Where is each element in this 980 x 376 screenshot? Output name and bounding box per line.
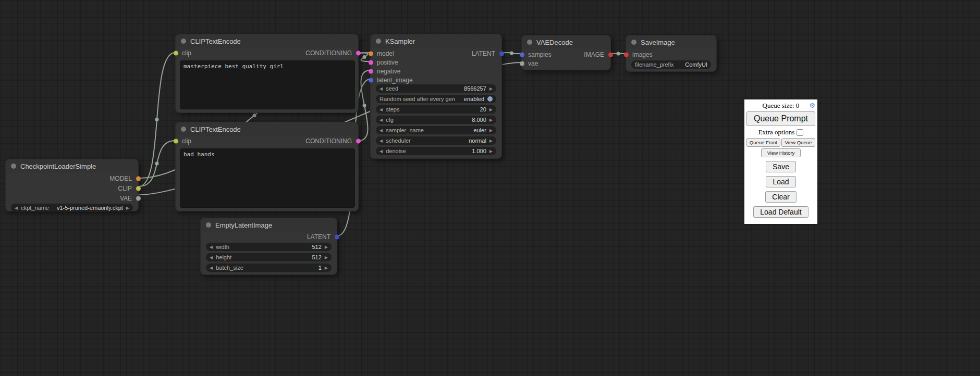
decrement-arrow-icon[interactable]: ◀ xyxy=(379,107,383,112)
widget-label: steps xyxy=(386,106,399,112)
node-title-bar[interactable]: CLIPTextEncode xyxy=(176,122,358,136)
view-queue-button[interactable]: View Queue xyxy=(781,138,815,147)
decrement-arrow-icon[interactable]: ◀ xyxy=(379,86,383,91)
node-title-bar[interactable]: EmptyLatentImage xyxy=(201,218,337,232)
collapse-dot-icon[interactable] xyxy=(631,40,636,45)
conditioning-output-dot[interactable] xyxy=(356,139,361,144)
clip-input-dot[interactable] xyxy=(174,139,178,144)
widget-label: Random seed after every gen xyxy=(379,96,455,102)
decrement-arrow-icon[interactable]: ◀ xyxy=(210,245,213,249)
widget-label: cfg xyxy=(386,117,394,123)
slot-label: IMAGE xyxy=(584,51,604,58)
node-title-bar[interactable]: SaveImage xyxy=(626,35,716,49)
node-ksampler[interactable]: KSampler model LATENT positive negative … xyxy=(370,34,502,159)
decrement-arrow-icon[interactable]: ◀ xyxy=(379,149,383,154)
widget-value: enabled xyxy=(464,96,484,102)
queue-front-button[interactable]: Queue Front xyxy=(746,138,780,147)
increment-arrow-icon[interactable]: ▶ xyxy=(489,107,493,112)
node-title-bar[interactable]: CheckpointLoaderSimple xyxy=(6,159,138,173)
clip-input-dot[interactable] xyxy=(174,51,178,56)
steps-widget[interactable]: ◀ steps 20 ▶ xyxy=(376,105,496,114)
decrement-arrow-icon[interactable]: ◀ xyxy=(379,128,383,133)
increment-arrow-icon[interactable]: ▶ xyxy=(489,86,493,91)
positive-prompt-textarea[interactable]: masterpiece best quality girl xyxy=(180,60,355,109)
slot-row-vae: vae xyxy=(522,59,610,68)
latent-output-dot[interactable] xyxy=(499,51,504,56)
collapse-dot-icon[interactable] xyxy=(11,164,16,169)
node-empty-latent-image[interactable]: EmptyLatentImage LATENT ◀ width 512 ▶ ◀ … xyxy=(200,218,337,275)
save-button[interactable]: Save xyxy=(766,161,796,172)
sampler-name-widget[interactable]: ◀ sampler_name euler ▶ xyxy=(376,126,496,134)
latent-output-dot[interactable] xyxy=(335,235,339,240)
decrement-arrow-icon[interactable]: ◀ xyxy=(210,255,213,260)
widget-value: ComfyUI xyxy=(685,61,707,68)
widget-value: 20 xyxy=(480,106,486,112)
queue-prompt-button[interactable]: Queue Prompt xyxy=(746,111,815,126)
load-button[interactable]: Load xyxy=(766,176,795,187)
clear-button[interactable]: Clear xyxy=(765,191,796,203)
increment-arrow-icon[interactable]: ▶ xyxy=(325,245,328,249)
batch-size-widget[interactable]: ◀ batch_size 1 ▶ xyxy=(206,264,332,272)
collapse-dot-icon[interactable] xyxy=(527,40,532,45)
slot-label: positive xyxy=(377,59,398,66)
width-widget[interactable]: ◀ width 512 ▶ xyxy=(206,243,332,251)
model-output-dot[interactable] xyxy=(136,177,141,181)
random-seed-toggle-widget[interactable]: Random seed after every gen enabled xyxy=(376,95,496,103)
model-input-dot[interactable] xyxy=(369,51,373,56)
node-title: KSampler xyxy=(385,37,415,45)
conditioning-output-dot[interactable] xyxy=(356,51,361,56)
clip-output-dot[interactable] xyxy=(136,186,141,191)
seed-widget[interactable]: ◀ seed 8566257 ▶ xyxy=(376,84,496,93)
ckpt-name-widget[interactable]: ◀ ckpt_name v1-5-pruned-emaonly.ckpt ▶ xyxy=(11,204,133,212)
node-title-bar[interactable]: KSampler xyxy=(371,34,501,48)
vae-input-dot[interactable] xyxy=(520,61,524,66)
slot-row-model-latent: model LATENT xyxy=(371,49,501,58)
collapse-dot-icon[interactable] xyxy=(206,222,211,228)
slot-row-samples-image: samples IMAGE xyxy=(522,50,610,59)
increment-arrow-icon[interactable]: ▶ xyxy=(489,128,493,133)
increment-arrow-icon[interactable]: ▶ xyxy=(126,206,129,210)
positive-input-dot[interactable] xyxy=(369,60,373,65)
widget-value: 8566257 xyxy=(464,85,486,92)
view-history-button[interactable]: View History xyxy=(761,148,801,157)
comfyui-canvas[interactable]: { "canvas": { "bg": "#242424", "wire_col… xyxy=(0,0,980,376)
settings-gear-icon[interactable]: ⚙ xyxy=(809,101,815,110)
increment-arrow-icon[interactable]: ▶ xyxy=(325,266,328,270)
decrement-arrow-icon[interactable]: ◀ xyxy=(15,206,18,210)
scheduler-widget[interactable]: ◀ scheduler normal ▶ xyxy=(376,136,496,145)
node-title-bar[interactable]: CLIPTextEncode xyxy=(176,34,358,48)
node-save-image[interactable]: SaveImage images filename_prefix ComfyUI xyxy=(626,35,717,72)
images-input-dot[interactable] xyxy=(624,52,629,57)
height-widget[interactable]: ◀ height 512 ▶ xyxy=(206,253,332,261)
increment-arrow-icon[interactable]: ▶ xyxy=(489,139,493,143)
node-title-bar[interactable]: VAEDecode xyxy=(522,35,610,49)
collapse-dot-icon[interactable] xyxy=(181,127,186,132)
latent-image-input-dot[interactable] xyxy=(369,78,373,82)
cfg-widget[interactable]: ◀ cfg 8.000 ▶ xyxy=(376,116,496,124)
denoise-widget[interactable]: ◀ denoise 1.000 ▶ xyxy=(376,147,496,155)
increment-arrow-icon[interactable]: ▶ xyxy=(489,118,493,122)
filename-prefix-widget[interactable]: filename_prefix ComfyUI xyxy=(631,60,711,69)
increment-arrow-icon[interactable]: ▶ xyxy=(489,149,493,154)
decrement-arrow-icon[interactable]: ◀ xyxy=(379,139,383,143)
menu-panel: Queue size: 0 ⚙ Queue Prompt Extra optio… xyxy=(744,99,817,224)
increment-arrow-icon[interactable]: ▶ xyxy=(325,255,328,260)
vae-output-dot[interactable] xyxy=(136,196,141,201)
decrement-arrow-icon[interactable]: ◀ xyxy=(379,118,383,122)
slot-label: VAE xyxy=(120,195,132,202)
load-default-button[interactable]: Load Default xyxy=(753,206,808,218)
extra-options-checkbox[interactable] xyxy=(797,129,803,136)
negative-prompt-textarea[interactable]: bad hands xyxy=(180,148,355,208)
node-clip-text-encode-negative[interactable]: CLIPTextEncode clip CONDITIONING bad han… xyxy=(175,122,359,211)
image-output-dot[interactable] xyxy=(608,52,613,57)
decrement-arrow-icon[interactable]: ◀ xyxy=(210,266,213,270)
toggle-dot-icon[interactable] xyxy=(487,96,493,102)
negative-input-dot[interactable] xyxy=(369,69,373,73)
output-slot-vae: VAE xyxy=(6,194,138,203)
collapse-dot-icon[interactable] xyxy=(181,39,186,44)
node-vae-decode[interactable]: VAEDecode samples IMAGE vae xyxy=(521,35,611,70)
node-checkpoint-loader[interactable]: CheckpointLoaderSimple MODEL CLIP VAE ◀ … xyxy=(5,159,139,211)
samples-input-dot[interactable] xyxy=(520,52,524,57)
collapse-dot-icon[interactable] xyxy=(376,39,381,44)
node-clip-text-encode-positive[interactable]: CLIPTextEncode clip CONDITIONING masterp… xyxy=(175,34,359,113)
